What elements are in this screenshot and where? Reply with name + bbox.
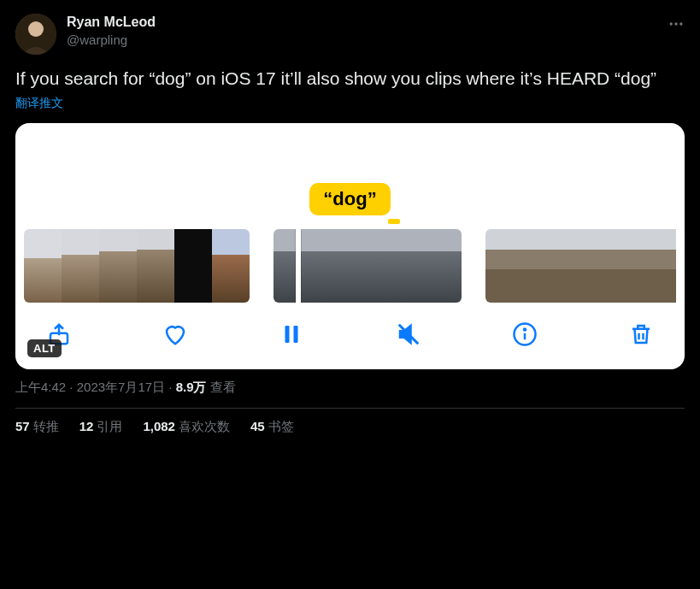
- svg-point-2: [670, 22, 673, 25]
- divider: [15, 408, 685, 409]
- media-toolbar: [24, 303, 676, 356]
- clip-frame: [523, 229, 561, 303]
- clip-frame: [674, 229, 676, 303]
- display-name: Ryan McLeod: [67, 14, 156, 32]
- clip-frame: [24, 229, 62, 303]
- more-icon[interactable]: [656, 15, 685, 37]
- svg-point-1: [28, 21, 44, 37]
- clip-frame: [62, 229, 99, 303]
- clip-thumbnail-group: [485, 229, 676, 303]
- views-count: 8.9万: [176, 380, 207, 394]
- handle: @warpling: [67, 32, 156, 49]
- avatar[interactable]: [15, 14, 56, 55]
- clip-frame: [415, 229, 462, 303]
- svg-rect-6: [285, 326, 290, 343]
- tweet-container: Ryan McLeod @warpling If you search for …: [0, 0, 700, 444]
- media-card[interactable]: “dog”: [15, 123, 685, 369]
- svg-point-11: [524, 329, 526, 331]
- clip-frame: [485, 229, 523, 303]
- svg-point-3: [674, 22, 677, 25]
- clip-frame: [561, 229, 598, 303]
- info-icon[interactable]: [510, 320, 539, 349]
- clip-frame: [368, 229, 415, 303]
- clip-frame: [598, 229, 636, 303]
- caption-bubble: “dog”: [309, 183, 390, 215]
- clip-frame: [174, 229, 212, 303]
- pause-icon[interactable]: [277, 320, 306, 349]
- svg-rect-7: [294, 326, 298, 343]
- alt-badge[interactable]: ALT: [27, 339, 62, 357]
- tweet-date: 2023年7月17日: [77, 380, 165, 394]
- playhead[interactable]: [296, 229, 301, 303]
- views-label: 查看: [207, 380, 236, 394]
- quotes-stat[interactable]: 12引用: [79, 419, 123, 435]
- svg-point-4: [679, 22, 682, 25]
- clip-frame: [99, 229, 137, 303]
- author-block[interactable]: Ryan McLeod @warpling: [67, 14, 156, 48]
- bookmarks-stat[interactable]: 45书签: [250, 419, 294, 435]
- heart-icon[interactable]: [161, 320, 190, 349]
- translate-link[interactable]: 翻译推文: [15, 96, 685, 111]
- clip-frame: [212, 229, 250, 303]
- tweet-header: Ryan McLeod @warpling: [15, 14, 685, 55]
- video-timeline: [24, 229, 676, 303]
- caption-bubble-row: “dog”: [24, 132, 676, 224]
- tweet-text: If you search for “dog” on iOS 17 it’ll …: [15, 67, 685, 91]
- clip-thumbnail-group: [24, 229, 250, 303]
- mute-icon[interactable]: [394, 320, 423, 349]
- likes-stat[interactable]: 1,082喜欢次数: [143, 419, 230, 435]
- clip-frame: [636, 229, 674, 303]
- stats-row: 57转推 12引用 1,082喜欢次数 45书签: [15, 419, 685, 435]
- clip-frame: [137, 229, 174, 303]
- clip-frame: [321, 229, 368, 303]
- tweet-meta[interactable]: 上午4:42 · 2023年7月17日 · 8.9万 查看: [15, 380, 685, 396]
- trash-icon[interactable]: [626, 320, 656, 349]
- tweet-time: 上午4:42: [15, 380, 66, 394]
- retweets-stat[interactable]: 57转推: [15, 419, 59, 435]
- clip-thumbnail-group: [274, 229, 462, 303]
